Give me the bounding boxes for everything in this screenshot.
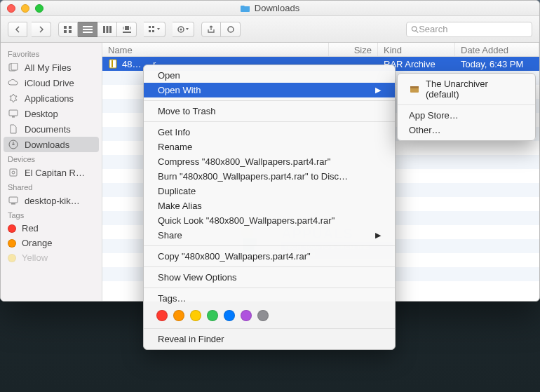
svg-rect-4 xyxy=(83,26,93,27)
tag-color-green[interactable] xyxy=(207,310,218,321)
menu-item-tags[interactable]: Tags… xyxy=(144,291,395,306)
menu-separator xyxy=(144,245,395,246)
menu-separator xyxy=(144,288,395,288)
svg-rect-10 xyxy=(125,26,129,30)
menu-item-make-alias[interactable]: Make Alias xyxy=(144,198,395,213)
svg-rect-9 xyxy=(109,26,112,33)
minimize-button[interactable] xyxy=(21,4,29,13)
svg-point-21 xyxy=(412,26,417,31)
share-button[interactable] xyxy=(201,22,221,37)
menu-item-rename[interactable]: Rename xyxy=(144,140,395,154)
svg-rect-26 xyxy=(12,116,15,118)
sidebar-tag-yellow[interactable]: Yellow xyxy=(1,250,102,265)
svg-rect-0 xyxy=(64,26,67,29)
sidebar-tag-orange[interactable]: Orange xyxy=(1,236,102,250)
sidebar-tag-red[interactable]: Red xyxy=(1,221,102,236)
tag-color-red[interactable] xyxy=(156,310,168,321)
menu-item-compress[interactable]: Compress "480x800_Wallpapers.part4.rar" xyxy=(144,154,395,169)
svg-rect-7 xyxy=(103,26,105,33)
sidebar-item-downloads[interactable]: Downloads xyxy=(4,137,99,152)
sidebar-heading-devices: Devices xyxy=(1,152,102,165)
sidebar: Favorites All My Files iCloud Drive Appl… xyxy=(1,43,102,301)
view-columns-button[interactable] xyxy=(97,22,117,37)
unarchiver-icon xyxy=(409,83,420,95)
folder-icon xyxy=(241,4,250,13)
context-menu: Open Open With ▶ Move to Trash Get Info … xyxy=(143,65,396,350)
tag-dot-icon xyxy=(8,254,16,262)
menu-item-copy[interactable]: Copy "480x800_Wallpapers.part4.rar" xyxy=(144,249,395,264)
svg-rect-8 xyxy=(106,26,108,33)
view-coverflow-button[interactable] xyxy=(117,22,137,37)
svg-rect-2 xyxy=(64,30,67,33)
desktop-icon xyxy=(8,108,19,119)
sidebar-heading-favorites: Favorites xyxy=(1,47,102,60)
shared-computer-icon xyxy=(8,195,19,206)
tag-color-yellow[interactable] xyxy=(190,310,201,321)
column-header-date[interactable]: Date Added xyxy=(455,43,539,56)
svg-rect-14 xyxy=(149,26,151,28)
sidebar-item-shared[interactable]: desktop-kik… xyxy=(1,193,102,208)
sidebar-item-icloud[interactable]: iCloud Drive xyxy=(1,75,102,90)
sidebar-item-label: Desktop xyxy=(25,109,58,119)
svg-rect-6 xyxy=(83,32,93,33)
submenu-item-unarchiver[interactable]: The Unarchiver (default) xyxy=(398,76,535,102)
menu-item-get-info[interactable]: Get Info xyxy=(144,125,395,140)
svg-rect-30 xyxy=(9,197,18,203)
view-list-button[interactable] xyxy=(78,22,97,37)
window-title: Downloads xyxy=(255,3,299,13)
submenu-item-other[interactable]: Other… xyxy=(398,123,535,137)
column-header-name[interactable]: Name xyxy=(102,43,329,56)
sidebar-item-label: Documents xyxy=(25,124,71,135)
menu-item-duplicate[interactable]: Duplicate xyxy=(144,184,395,198)
sidebar-item-all-my-files[interactable]: All My Files xyxy=(1,60,102,75)
sidebar-item-label: All My Files xyxy=(25,62,71,73)
menu-item-reveal[interactable]: Reveal in Finder xyxy=(144,332,395,346)
svg-rect-24 xyxy=(11,63,18,70)
menu-item-burn[interactable]: Burn "480x800_Wallpapers.part4.rar" to D… xyxy=(144,169,395,184)
disk-icon xyxy=(8,167,19,178)
documents-icon xyxy=(8,123,19,135)
column-header-kind[interactable]: Kind xyxy=(378,43,455,56)
view-icons-button[interactable] xyxy=(58,22,78,37)
sidebar-item-device[interactable]: El Capitan R… xyxy=(1,165,102,180)
svg-rect-16 xyxy=(152,26,154,28)
menu-item-open[interactable]: Open xyxy=(144,68,395,83)
search-field[interactable] xyxy=(406,22,532,37)
menu-item-view-options[interactable]: Show View Options xyxy=(144,270,395,285)
submenu-item-app-store[interactable]: App Store… xyxy=(398,108,535,123)
sidebar-item-desktop[interactable]: Desktop xyxy=(1,106,102,121)
submenu-arrow-icon: ▶ xyxy=(375,86,381,95)
tag-color-gray[interactable] xyxy=(257,310,269,321)
menu-separator xyxy=(144,266,395,267)
svg-point-19 xyxy=(180,28,182,30)
tag-color-row xyxy=(144,306,395,325)
menu-item-share[interactable]: Share ▶ xyxy=(144,228,395,243)
tag-color-purple[interactable] xyxy=(241,310,252,321)
sidebar-item-applications[interactable]: Applications xyxy=(1,90,102,106)
action-button[interactable] xyxy=(173,22,194,37)
tag-color-blue[interactable] xyxy=(224,310,235,321)
toolbar xyxy=(1,16,539,43)
menu-item-quick-look[interactable]: Quick Look "480x800_Wallpapers.part4.rar… xyxy=(144,213,395,228)
column-header-size[interactable]: Size xyxy=(329,43,378,56)
tags-button[interactable] xyxy=(221,22,241,37)
svg-rect-38 xyxy=(410,86,419,88)
arrange-button[interactable] xyxy=(144,22,166,37)
downloads-icon xyxy=(8,139,19,150)
menu-item-trash[interactable]: Move to Trash xyxy=(144,104,395,119)
menu-item-open-with[interactable]: Open With ▶ xyxy=(144,83,395,97)
titlebar: Downloads xyxy=(1,1,539,16)
maximize-button[interactable] xyxy=(35,4,43,13)
tag-color-orange[interactable] xyxy=(173,310,184,321)
search-input[interactable] xyxy=(419,24,527,34)
sidebar-item-documents[interactable]: Documents xyxy=(1,121,102,137)
close-button[interactable] xyxy=(7,4,15,13)
forward-button[interactable] xyxy=(32,22,51,37)
sidebar-heading-shared: Shared xyxy=(1,180,102,193)
sidebar-item-label: Downloads xyxy=(25,140,69,150)
back-button[interactable] xyxy=(8,22,27,37)
file-date: Today, 6:43 PM xyxy=(455,59,539,69)
arrange-segment xyxy=(144,22,166,37)
svg-point-29 xyxy=(12,171,15,174)
svg-rect-13 xyxy=(123,32,131,33)
